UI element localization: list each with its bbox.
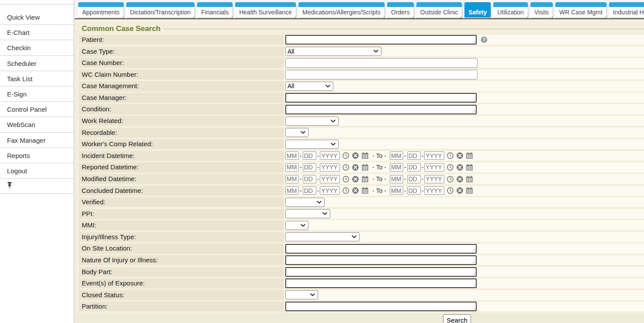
year-input[interactable]: [320, 163, 340, 172]
tab-safety[interactable]: Safety: [464, 2, 491, 17]
tab-appointments[interactable]: Appointments: [78, 2, 124, 17]
clock-icon[interactable]: [447, 164, 454, 171]
sidebar-item-quick-view[interactable]: Quick View: [0, 10, 74, 25]
clear-icon[interactable]: [456, 152, 464, 159]
day-input[interactable]: [407, 163, 421, 172]
closed-status-select[interactable]: [285, 290, 318, 299]
search-button[interactable]: Search: [443, 314, 471, 323]
ppi-select[interactable]: [285, 209, 330, 218]
month-input[interactable]: [285, 163, 299, 172]
calendar-icon[interactable]: [361, 187, 369, 194]
calendar-icon[interactable]: [466, 175, 473, 183]
dash-separator: -: [422, 187, 424, 194]
clock-icon[interactable]: [447, 187, 454, 194]
body-part-input[interactable]: [285, 267, 477, 277]
month-input[interactable]: [285, 186, 299, 195]
calendar-icon[interactable]: [466, 164, 473, 171]
tab-industrial-hygiene[interactable]: Industrial Hygiene: [609, 2, 644, 17]
tab-top-strip: [530, 2, 553, 7]
month-input[interactable]: [390, 175, 403, 183]
sidebar-item-logout[interactable]: Logout: [0, 163, 74, 179]
year-input[interactable]: [424, 151, 444, 160]
year-input[interactable]: [424, 175, 444, 183]
clear-icon[interactable]: [456, 164, 464, 171]
verified-select[interactable]: [285, 198, 325, 207]
clock-icon[interactable]: [342, 152, 350, 159]
patient-input[interactable]: [285, 35, 477, 45]
sidebar-item-checkin[interactable]: Checkin: [0, 40, 74, 55]
clock-icon[interactable]: [342, 175, 350, 183]
sidebar-pin-toggle[interactable]: [0, 179, 74, 194]
clock-icon[interactable]: [342, 164, 350, 171]
field-cell: ?: [285, 35, 644, 45]
calendar-icon[interactable]: [466, 187, 473, 194]
clear-icon[interactable]: [352, 152, 359, 159]
on-site-location-input[interactable]: [285, 244, 477, 254]
tab-visits[interactable]: Visits: [530, 2, 553, 17]
work-related-select[interactable]: [285, 117, 339, 126]
clock-icon[interactable]: [447, 152, 454, 159]
wc-claim-number-input[interactable]: [285, 70, 478, 79]
day-input[interactable]: [303, 186, 316, 195]
case-manager-input[interactable]: [285, 93, 477, 103]
sidebar-item-scheduler[interactable]: Scheduler: [0, 56, 74, 71]
case-management-select[interactable]: All: [285, 82, 333, 91]
sidebar-top-divider: [0, 0, 74, 4]
year-input[interactable]: [320, 186, 340, 195]
clear-icon[interactable]: [456, 175, 464, 183]
year-input[interactable]: [424, 163, 444, 172]
sidebar-item-control-panel[interactable]: Control Panel: [0, 102, 74, 117]
day-input[interactable]: [407, 175, 421, 183]
day-input[interactable]: [407, 186, 421, 195]
calendar-icon[interactable]: [361, 152, 369, 159]
clock-icon[interactable]: [447, 175, 454, 183]
sidebar-item-e-sign[interactable]: E-Sign: [0, 86, 74, 102]
nature-of-injury-or-illness-input[interactable]: [285, 255, 477, 265]
tab-outside-clinic[interactable]: Outside Clinic: [416, 2, 462, 17]
clear-icon[interactable]: [352, 187, 359, 194]
partition-input[interactable]: [285, 302, 477, 311]
recordable-select[interactable]: [285, 128, 308, 137]
sidebar-item-reports[interactable]: Reports: [0, 148, 74, 163]
sidebar-item-webscan[interactable]: WebScan: [0, 117, 74, 132]
month-input[interactable]: [285, 151, 299, 160]
tab-orders[interactable]: Orders: [387, 2, 414, 17]
help-icon[interactable]: ?: [481, 36, 488, 43]
calendar-icon[interactable]: [361, 175, 369, 183]
mmi-select[interactable]: [285, 221, 308, 230]
sidebar-item-task-list[interactable]: Task List: [0, 71, 74, 86]
condition-input[interactable]: [285, 105, 477, 114]
month-input[interactable]: [390, 186, 403, 195]
sidebar-item-fax-manager[interactable]: Fax Manager: [0, 133, 74, 148]
year-input[interactable]: [424, 186, 444, 195]
worker-s-comp-related-select[interactable]: [285, 140, 339, 149]
sidebar-item-e-chart[interactable]: E-Chart: [0, 25, 74, 40]
tab-medications-allergies-scripts[interactable]: Medications/Allergies/Scripts: [298, 2, 384, 17]
day-input[interactable]: [407, 151, 421, 160]
clear-icon[interactable]: [352, 175, 359, 183]
event-s-of-exposure-input[interactable]: [285, 278, 477, 288]
month-input[interactable]: [390, 163, 403, 172]
injury-illness-type-select[interactable]: [285, 232, 360, 241]
tab-wr-case-mgmt[interactable]: WR Case Mgmt: [555, 2, 606, 17]
tab-health-surveillance[interactable]: Health Surveillance: [235, 2, 296, 17]
day-input[interactable]: [303, 175, 316, 183]
month-input[interactable]: [285, 175, 299, 183]
case-type-select[interactable]: All: [285, 47, 381, 56]
datetime-group: --: [285, 186, 369, 195]
year-input[interactable]: [320, 175, 340, 183]
clock-icon[interactable]: [342, 187, 350, 194]
day-input[interactable]: [303, 163, 316, 172]
month-input[interactable]: [390, 151, 403, 160]
clear-icon[interactable]: [456, 187, 464, 194]
year-input[interactable]: [320, 151, 340, 160]
calendar-icon[interactable]: [466, 152, 473, 159]
calendar-icon[interactable]: [361, 164, 369, 171]
to-separator-text: - To -: [372, 152, 386, 159]
day-input[interactable]: [303, 151, 316, 160]
clear-icon[interactable]: [352, 164, 359, 171]
tab-financials[interactable]: Financials: [197, 2, 232, 17]
tab-dictation-transcription[interactable]: Dictation/Transcription: [126, 2, 195, 17]
tab-utilization[interactable]: Utilization: [493, 2, 528, 17]
case-number-input[interactable]: [285, 58, 478, 68]
